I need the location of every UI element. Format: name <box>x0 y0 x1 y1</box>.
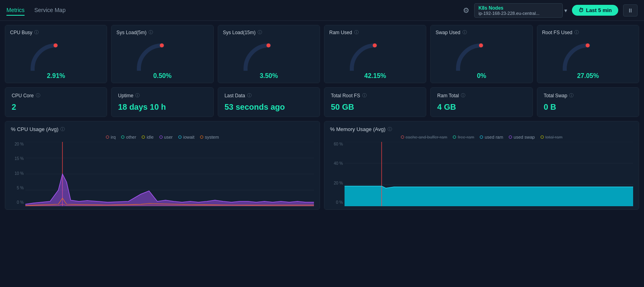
header-controls: ⚙ K8s Nodes ip-192-168-23-228.eu-central… <box>463 3 638 18</box>
cpu-legend-dot-5 <box>200 135 203 139</box>
mem-y-label-3: 0 % <box>330 200 345 205</box>
mem-legend-label-4: total ram <box>545 135 563 139</box>
mem-legend-label-3: used swap <box>514 135 535 139</box>
clock-icon: ⏱ <box>578 7 584 13</box>
stat-title-4: Ram Totalⓘ <box>437 92 465 98</box>
cpu-chart-inner <box>25 142 314 206</box>
gauge-title-5: Root FS Usedⓘ <box>542 29 579 35</box>
cpu-y-label-2: 10 % <box>11 171 25 176</box>
stat-card-3: Total Root FSⓘ50 GB <box>324 87 426 117</box>
gauge-card-5: Root FS Usedⓘ27.05% <box>537 25 639 83</box>
info-icon-2: ⓘ <box>258 29 262 35</box>
stat-value-2: 53 seconds ago <box>225 102 285 112</box>
stat-value-4: 4 GB <box>437 102 456 112</box>
mem-legend-item-2: used ram <box>480 135 503 139</box>
cpu-legend-label-4: iowait <box>183 135 194 139</box>
gauge-value-1: 0.50% <box>153 72 171 80</box>
gauge-container-4 <box>451 39 512 71</box>
stat-value-5: 0 B <box>544 102 556 112</box>
cpu-legend-item-4: iowait <box>178 135 194 139</box>
stat-info-icon-1: ⓘ <box>135 92 140 98</box>
svg-point-1 <box>160 43 164 47</box>
gauge-row: CPU Busyⓘ2.91%Sys Load(5m)ⓘ0.50%Sys Load… <box>5 25 639 83</box>
gauge-title-0: CPU Busyⓘ <box>10 29 39 35</box>
time-range-button[interactable]: ⏱ Last 5 min <box>572 5 618 16</box>
cpu-legend-dot-4 <box>178 135 182 139</box>
cpu-legend-item-2: idle <box>142 135 153 139</box>
stat-value-1: 18 days 10 h <box>118 102 166 112</box>
cpu-chart-title: % CPU Usage (Avg) ⓘ <box>11 126 314 132</box>
stat-value-3: 50 GB <box>331 102 354 112</box>
gauge-card-3: Ram Usedⓘ42.15% <box>324 25 426 83</box>
stat-info-icon-0: ⓘ <box>36 92 40 98</box>
gauge-container-5 <box>558 39 618 71</box>
memory-y-axis: 60 %40 %20 %0 % <box>330 142 345 206</box>
gauge-svg <box>451 39 512 71</box>
stat-title-3: Total Root FSⓘ <box>331 92 367 98</box>
mem-legend-dot-2 <box>480 135 483 139</box>
stat-card-5: Total Swapⓘ0 B <box>537 87 639 117</box>
mem-legend-dot-3 <box>509 135 512 139</box>
mem-legend-label-2: used ram <box>485 135 503 139</box>
gauge-title-1: Sys Load(5m)ⓘ <box>116 29 153 35</box>
svg-point-4 <box>479 43 483 47</box>
cpu-y-label-1: 15 % <box>11 156 25 161</box>
memory-chart-inner <box>345 142 633 206</box>
gauge-container-1 <box>132 39 192 71</box>
memory-chart-title: % Memory Usage (Avg) ⓘ <box>330 126 633 132</box>
nav-tabs: Metrics Service Map <box>6 5 463 16</box>
cpu-legend-dot-1 <box>121 135 124 139</box>
cpu-chart-card: % CPU Usage (Avg) ⓘ irqotheridleuseriowa… <box>5 121 320 210</box>
cpu-y-label-3: 5 % <box>11 186 25 190</box>
mem-y-label-1: 40 % <box>330 161 345 166</box>
node-subtitle: ip-192-168-23-228.eu-central... <box>479 11 558 16</box>
cpu-legend-label-1: other <box>126 135 136 139</box>
stat-title-0: CPU Coreⓘ <box>12 92 40 98</box>
gauge-container-0 <box>26 39 86 71</box>
memory-chart-area: 60 %40 %20 %0 % <box>330 142 633 206</box>
stat-title-2: Last Dataⓘ <box>225 92 252 98</box>
cpu-y-label-0: 20 % <box>11 142 25 146</box>
cpu-chart-legend: irqotheridleuseriowaitsystem <box>11 135 314 139</box>
info-icon-3: ⓘ <box>354 29 359 35</box>
mem-legend-item-3: used swap <box>509 135 535 139</box>
gauge-value-4: 0% <box>477 72 486 80</box>
tab-metrics[interactable]: Metrics <box>6 5 25 16</box>
info-icon-1: ⓘ <box>149 29 153 35</box>
stat-info-icon-5: ⓘ <box>569 92 574 98</box>
cpu-legend-dot-2 <box>142 135 145 139</box>
cpu-legend-item-5: system <box>200 135 219 139</box>
stat-title-1: Uptimeⓘ <box>118 92 140 98</box>
gauge-card-1: Sys Load(5m)ⓘ0.50% <box>111 25 213 83</box>
gauge-title-2: Sys Load(15m)ⓘ <box>223 29 262 35</box>
node-selector[interactable]: K8s Nodes ip-192-168-23-228.eu-central..… <box>474 3 563 18</box>
stat-card-2: Last Dataⓘ53 seconds ago <box>218 87 320 117</box>
chevron-down-icon: ▾ <box>564 7 567 14</box>
gauge-title-4: Swap Usedⓘ <box>436 29 466 35</box>
svg-point-0 <box>54 43 58 47</box>
mem-y-label-0: 60 % <box>330 142 345 146</box>
memory-chart-card: % Memory Usage (Avg) ⓘ cache and buffer … <box>324 121 639 210</box>
cpu-legend-item-0: irq <box>106 135 116 139</box>
cpu-legend-label-0: irq <box>111 135 116 139</box>
cpu-legend-dot-3 <box>159 135 163 139</box>
gauge-container-3 <box>345 39 405 71</box>
header: Metrics Service Map ⚙ K8s Nodes ip-192-1… <box>0 0 644 21</box>
cpu-y-label-4: 0 % <box>11 200 25 205</box>
cpu-chart-info-icon: ⓘ <box>60 126 65 132</box>
gauge-title-3: Ram Usedⓘ <box>329 29 359 35</box>
stat-info-icon-3: ⓘ <box>362 92 367 98</box>
cpu-svg <box>25 142 314 206</box>
tab-service-map[interactable]: Service Map <box>34 5 66 16</box>
pause-button[interactable]: ⏸ <box>623 4 638 16</box>
stat-card-0: CPU Coreⓘ2 <box>5 87 107 117</box>
gauge-card-0: CPU Busyⓘ2.91% <box>5 25 107 83</box>
gauge-svg <box>239 39 299 71</box>
mem-legend-dot-0 <box>401 135 404 139</box>
info-icon-0: ⓘ <box>34 29 39 35</box>
settings-button[interactable]: ⚙ <box>463 6 469 15</box>
info-icon-4: ⓘ <box>462 29 467 35</box>
node-title: K8s Nodes <box>479 5 558 11</box>
mem-legend-dot-1 <box>453 135 456 139</box>
info-icon-5: ⓘ <box>574 29 579 35</box>
